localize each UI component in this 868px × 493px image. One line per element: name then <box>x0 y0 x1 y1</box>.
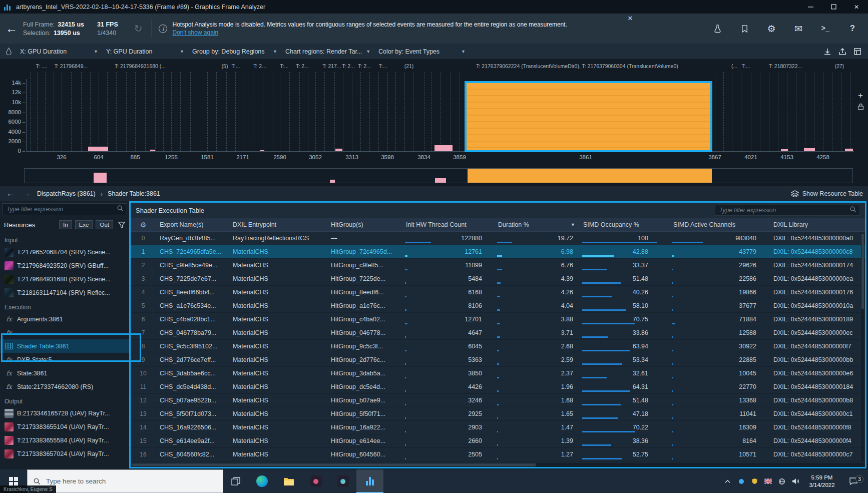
table-row[interactable]: 7CHS_046778ba79...MaterialCHSHitGroup_04… <box>131 326 865 340</box>
tray-network-icon[interactable] <box>775 469 788 493</box>
color-by-dropdown[interactable]: Color by: Event Types▼ <box>375 44 471 59</box>
file-explorer-icon[interactable] <box>275 469 302 493</box>
refresh-icon[interactable]: ↻ <box>134 23 143 35</box>
sidebar-item[interactable]: fxState:2173374662080 (RS) <box>0 380 129 393</box>
table-filter-box[interactable] <box>715 205 860 216</box>
edge-browser-icon[interactable] <box>248 469 275 493</box>
column-header-8[interactable]: DXIL Library <box>769 218 864 231</box>
minimap-selected-region[interactable] <box>468 169 712 183</box>
table-row[interactable]: 4CHS_8eedf66bb4...MaterialCHSHitGroup_8e… <box>131 286 865 299</box>
table-row[interactable]: 2CHS_c9fe85ce49e...MaterialCHSHitGroup_c… <box>131 259 865 272</box>
column-header-2[interactable]: DXIL Entrypoint <box>229 218 327 231</box>
column-header-4[interactable]: Init HW Thread Count <box>402 218 494 231</box>
filter-funnel-icon[interactable] <box>118 222 125 228</box>
sidebar-item[interactable]: fxState:3861 <box>0 366 129 380</box>
close-button[interactable]: ✕ <box>845 0 868 14</box>
chart-plot[interactable]: T: ....T: 21796849...T: 2179684931680 (.… <box>0 59 868 166</box>
chart-regions-dropdown[interactable]: Chart regions: Render Tar...▼ <box>282 44 375 59</box>
table-row[interactable]: 9CHS_2d776ce7eff...MaterialCHSHitGroup_2… <box>131 353 865 367</box>
taskbar-clock[interactable]: 5:59 PM 3/14/2022 <box>802 474 842 489</box>
open-capture-icon[interactable] <box>851 45 864 58</box>
column-header-6[interactable]: SIMD Occupancy % <box>579 218 669 231</box>
breadcrumb-shader-table[interactable]: Shader Table:3861 <box>108 190 160 197</box>
export-icon[interactable] <box>836 45 849 58</box>
tray-shield-icon[interactable] <box>748 469 761 493</box>
sidebar-item[interactable]: T:2173383657024 (UAV) RayTr... <box>0 447 129 460</box>
sidebar-filter-box[interactable] <box>2 203 127 215</box>
sidebar-item[interactable]: T:2173383655584 (UAV) RayTr... <box>0 433 129 447</box>
group-by-dropdown[interactable]: Group by: Debug Regions▼ <box>189 44 282 59</box>
sidebar-item[interactable]: T:2173383655104 (UAV) RayTr... <box>0 420 129 433</box>
sidebar-item[interactable]: T:2179684923520 (SRV) GBuff... <box>0 259 129 272</box>
gpa-monitor-icon[interactable] <box>329 469 356 493</box>
toggle-exe[interactable]: Exe <box>75 220 93 229</box>
timeline-minimap[interactable] <box>24 168 853 183</box>
zoom-plus-icon[interactable]: + <box>858 92 863 99</box>
tray-volume-icon[interactable] <box>788 469 802 493</box>
horizontal-scrollbar[interactable] <box>131 463 865 467</box>
column-header-5[interactable]: Duration %▼ <box>494 218 579 231</box>
minimize-button[interactable] <box>799 0 822 14</box>
sidebar-item[interactable]: fx <box>0 326 129 339</box>
table-row[interactable]: 0RayGen_db3b485...RayTracingReflectionsR… <box>131 232 865 245</box>
nav-forward-icon[interactable]: → <box>21 189 32 198</box>
task-view-button[interactable] <box>223 469 248 493</box>
table-row[interactable]: 8CHS_9c5c3f95102...MaterialCHSHitGroup_9… <box>131 340 865 353</box>
column-header-1[interactable]: Export Name(s) <box>156 218 229 231</box>
frame-analyzer-app-icon[interactable] <box>356 469 383 493</box>
table-row[interactable]: 11CHS_dc5e4d438d...MaterialCHSHitGroup_d… <box>131 380 865 394</box>
columns-gear-icon[interactable]: ⚙ <box>131 218 156 231</box>
console-terminal-icon[interactable]: >_ <box>812 14 839 44</box>
table-row[interactable]: 1CHS_72c4965dfa5e...MaterialCHSHitGroup_… <box>131 245 865 259</box>
table-filter-input[interactable] <box>718 206 846 214</box>
breadcrumb-dispatchrays[interactable]: DispatchRays (3861) <box>37 190 96 197</box>
hotspot-droplet-icon[interactable] <box>0 48 17 55</box>
back-button[interactable]: ← <box>0 14 23 44</box>
sidebar-item-selected[interactable]: Shader Table:3861 <box>0 339 129 353</box>
sidebar-item[interactable]: B:2173346165728 (UAV) RayTr... <box>0 406 129 420</box>
taskbar-search-box[interactable] <box>27 469 223 493</box>
table-row[interactable]: 12CHS_b07ae9522b...MaterialCHSHitGroup_b… <box>131 394 865 407</box>
sidebar-item[interactable]: T:2181631147104 (SRV) Reflec... <box>0 286 129 299</box>
toggle-in[interactable]: In <box>59 220 72 229</box>
sidebar-item[interactable]: fxDXR State:5 <box>0 353 129 366</box>
table-row[interactable]: 15CHS_e614ee9a2f...MaterialCHSHitGroup_e… <box>131 434 865 448</box>
lock-icon[interactable] <box>857 103 864 112</box>
banner-close-icon[interactable]: ✕ <box>627 15 633 22</box>
show-resource-table-button[interactable]: Show Resource Table <box>791 190 863 197</box>
tray-chevron-icon[interactable] <box>721 469 734 493</box>
sidebar-item[interactable]: fxArguments:3861 <box>0 312 129 326</box>
table-row[interactable]: 13CHS_5f50f71d073...MaterialCHSHitGroup_… <box>131 407 865 421</box>
dont-show-again-link[interactable]: Don't show again <box>172 29 625 36</box>
download-icon[interactable] <box>821 45 834 58</box>
toggle-out[interactable]: Out <box>96 220 113 229</box>
maximize-button[interactable] <box>822 0 845 14</box>
action-center-button[interactable]: 3 <box>842 477 865 485</box>
column-header-7[interactable]: SIMD Active Channels <box>669 218 769 231</box>
settings-gear-icon[interactable]: ⚙ <box>758 14 785 44</box>
vertical-scrollbar[interactable] <box>861 233 864 461</box>
tray-language-flag-icon[interactable] <box>761 469 775 493</box>
sidebar-item[interactable]: T:2179684931680 (SRV) Scene... <box>0 272 129 286</box>
table-row[interactable]: 5CHS_a1e76c534e...MaterialCHSHitGroup_a1… <box>131 299 865 313</box>
taskbar-search-input[interactable] <box>45 477 217 485</box>
table-row[interactable]: 14CHS_16a9226506...MaterialCHSHitGroup_1… <box>131 421 865 434</box>
y-axis-dropdown[interactable]: Y: GPU Duration▼ <box>103 44 189 59</box>
nav-back-icon[interactable]: ← <box>5 189 16 198</box>
media-app-icon[interactable] <box>302 469 329 493</box>
sidebar-item[interactable]: T:2179652068704 (SRV) Scene... <box>0 245 129 259</box>
bookmark-panel-icon[interactable] <box>731 14 758 44</box>
sidebar-filter-input[interactable] <box>6 205 114 213</box>
x-axis-dropdown[interactable]: X: GPU Duration▼ <box>17 44 103 59</box>
feedback-mail-icon[interactable]: ✉ <box>785 14 812 44</box>
column-header-3[interactable]: HitGroup(s) <box>327 218 402 231</box>
tray-app-dot-icon[interactable] <box>734 469 748 493</box>
experiments-flask-icon[interactable] <box>704 14 731 44</box>
selected-region[interactable] <box>465 81 712 152</box>
table-row[interactable]: 16CHS_604560fc82...MaterialCHSHitGroup_6… <box>131 448 865 461</box>
table-row[interactable]: 10CHS_3dab5ae6cc...MaterialCHSHitGroup_3… <box>131 367 865 380</box>
table-icon <box>5 343 14 349</box>
help-icon[interactable]: ? <box>839 14 866 44</box>
table-row[interactable]: 6CHS_c4ba028bc1...MaterialCHSHitGroup_c4… <box>131 313 865 326</box>
table-row[interactable]: 3CHS_7225de7e67...MaterialCHSHitGroup_72… <box>131 272 865 286</box>
